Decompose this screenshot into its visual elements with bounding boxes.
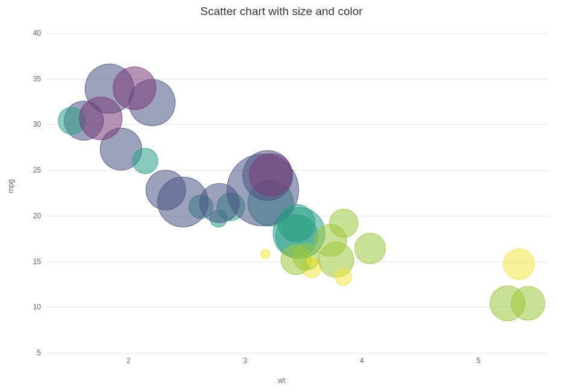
x-tick-label: 5 xyxy=(477,356,481,365)
data-point[interactable] xyxy=(260,249,270,259)
y-tick-label: 30 xyxy=(23,120,41,128)
y-tick-label: 35 xyxy=(23,75,41,83)
x-tick-label: 4 xyxy=(360,356,364,365)
x-tick-label: 2 xyxy=(127,356,131,365)
plot-area[interactable]: 5101520253035402345 xyxy=(47,33,549,353)
data-point[interactable] xyxy=(250,153,293,197)
data-point[interactable] xyxy=(503,248,535,280)
data-point[interactable] xyxy=(330,209,359,238)
y-tick-label: 15 xyxy=(23,258,41,266)
grid-line xyxy=(47,170,549,171)
y-axis-label: mpg xyxy=(7,179,15,193)
y-tick-label: 40 xyxy=(23,29,41,37)
grid-line xyxy=(47,33,549,34)
y-tick-label: 5 xyxy=(23,349,41,357)
data-point[interactable] xyxy=(354,233,386,264)
y-tick-label: 10 xyxy=(23,303,41,311)
grid-line xyxy=(47,307,549,308)
y-tick-label: 25 xyxy=(23,166,41,174)
x-axis-label: wt xyxy=(278,376,285,385)
data-point[interactable] xyxy=(511,286,545,321)
x-tick-label: 3 xyxy=(244,356,248,365)
data-point[interactable] xyxy=(335,269,351,285)
chart-title: Scatter chart with size and color xyxy=(0,5,563,18)
y-tick-label: 20 xyxy=(23,212,41,220)
data-point[interactable] xyxy=(113,66,156,110)
grid-line xyxy=(47,124,549,125)
data-point[interactable] xyxy=(79,96,122,140)
grid-line xyxy=(47,353,549,353)
data-point[interactable] xyxy=(200,183,240,223)
chart-container: Scatter chart with size and color mpg wt… xyxy=(0,0,563,392)
